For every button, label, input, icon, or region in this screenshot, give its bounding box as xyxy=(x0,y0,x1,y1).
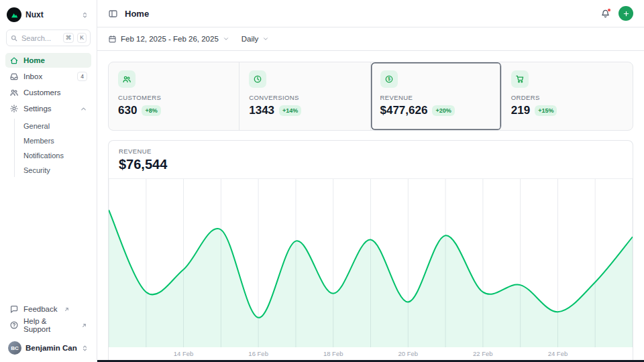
main-area: Home Feb 12, 2025 - Feb 26, 2025 Daily xyxy=(97,0,644,362)
collapse-sidebar-icon[interactable] xyxy=(108,9,118,19)
users-icon xyxy=(9,88,19,97)
question-circle-icon xyxy=(9,320,19,330)
chart-header: REVENUE $76,544 xyxy=(109,141,633,179)
search-placeholder: Search... xyxy=(21,34,60,42)
stat-value: 630 xyxy=(118,104,137,117)
date-range-label: Feb 12, 2025 - Feb 26, 2025 xyxy=(121,35,219,43)
stat-value: 1343 xyxy=(249,104,274,117)
inbox-count-badge: 4 xyxy=(77,72,87,81)
stat-card-orders[interactable]: ORDERS 219 +15% xyxy=(502,62,633,130)
sidebar-item-security[interactable]: Security xyxy=(21,163,91,177)
sidebar-item-notifications[interactable]: Notifications xyxy=(21,148,91,162)
clock-icon xyxy=(249,70,266,88)
x-axis-tick-label: 24 Feb xyxy=(548,350,568,357)
sidebar-item-settings[interactable]: Settings xyxy=(5,101,91,116)
chart-body[interactable]: 14 Feb16 Feb18 Feb20 Feb22 Feb24 Feb xyxy=(109,179,633,362)
stat-delta-badge: +14% xyxy=(279,105,301,116)
sidebar-item-label: Customers xyxy=(23,88,61,97)
sidebar-item-general[interactable]: General xyxy=(21,119,91,133)
search-icon xyxy=(10,34,18,42)
user-name: Benjamin Canac xyxy=(25,344,77,352)
stat-card-customers[interactable]: CUSTOMERS 630 +8% xyxy=(109,62,239,130)
x-axis-ticks: 14 Feb16 Feb18 Feb20 Feb22 Feb24 Feb xyxy=(109,350,633,359)
interval-select[interactable]: Daily xyxy=(241,35,270,43)
avatar: BC xyxy=(8,341,21,355)
stat-value: 219 xyxy=(511,104,530,117)
revenue-chart-card: REVENUE $76,544 14 Feb16 Feb18 Feb20 Feb… xyxy=(108,140,633,362)
sub-item-label: Security xyxy=(23,166,50,174)
cart-icon xyxy=(511,70,529,88)
chevron-up-icon xyxy=(80,105,87,113)
sub-item-label: Notifications xyxy=(23,152,64,160)
sidebar-item-label: Inbox xyxy=(23,72,42,80)
stat-value: $477,626 xyxy=(380,104,428,117)
inbox-icon xyxy=(9,72,19,81)
stat-delta-badge: +8% xyxy=(142,105,160,116)
chevron-up-down-icon xyxy=(81,11,89,19)
x-axis-tick-label: 22 Feb xyxy=(473,350,493,357)
gear-icon xyxy=(9,104,19,113)
sidebar-item-customers[interactable]: Customers xyxy=(5,85,91,100)
header-actions xyxy=(600,6,633,21)
sidebar-item-label: Home xyxy=(23,56,45,64)
help-label: Help & Support xyxy=(23,317,75,333)
nuxt-logo-icon xyxy=(7,7,21,22)
feedback-label: Feedback xyxy=(23,305,58,313)
sidebar-footer: Feedback Help & Support BC Benjamin Cana… xyxy=(5,302,91,357)
stat-delta-badge: +15% xyxy=(535,105,557,116)
interval-label: Daily xyxy=(241,35,259,43)
sidebar-item-home[interactable]: Home xyxy=(5,53,91,68)
toolbar: Feb 12, 2025 - Feb 26, 2025 Daily xyxy=(97,27,644,51)
notifications-button[interactable] xyxy=(600,9,610,19)
svg-text:$: $ xyxy=(388,76,390,82)
sidebar-item-members[interactable]: Members xyxy=(21,133,91,147)
sub-item-label: General xyxy=(23,122,50,130)
plus-icon xyxy=(623,10,630,17)
help-support-link[interactable]: Help & Support xyxy=(5,318,91,333)
search-input[interactable]: Search... ⌘ K xyxy=(6,29,91,46)
x-axis-tick-label: 14 Feb xyxy=(174,350,194,357)
settings-sub-list: General Members Notifications Security xyxy=(14,119,91,177)
calendar-icon xyxy=(108,35,117,44)
workspace-switcher[interactable]: Nuxt xyxy=(5,5,91,24)
external-link-icon xyxy=(64,306,70,312)
stat-delta-badge: +20% xyxy=(432,105,454,116)
revenue-area-chart[interactable] xyxy=(109,179,633,347)
chart-label: REVENUE xyxy=(119,147,623,155)
x-axis-tick-label: 20 Feb xyxy=(398,350,418,357)
chevron-down-icon xyxy=(223,36,229,42)
users-icon xyxy=(118,70,136,88)
sidebar: Nuxt Search... ⌘ K Home Inbox 4 xyxy=(0,0,97,362)
stat-label: CUSTOMERS xyxy=(118,94,229,101)
user-menu[interactable]: BC Benjamin Canac xyxy=(5,339,91,357)
stat-card-revenue[interactable]: $ REVENUE $477,626 +20% xyxy=(371,62,502,130)
date-range-picker[interactable]: Feb 12, 2025 - Feb 26, 2025 xyxy=(108,35,229,44)
page-title: Home xyxy=(125,9,149,19)
chevron-down-icon xyxy=(262,36,269,42)
sidebar-item-label: Settings xyxy=(23,105,52,113)
main-header: Home xyxy=(97,0,644,27)
stat-label: ORDERS xyxy=(511,94,623,101)
sidebar-item-inbox[interactable]: Inbox 4 xyxy=(5,69,91,84)
chart-value: $76,544 xyxy=(119,157,623,172)
dashboard-content: CUSTOMERS 630 +8% CONVERSIONS 1343 +14% xyxy=(97,51,644,362)
chevron-up-down-icon xyxy=(81,345,89,352)
stats-strip: CUSTOMERS 630 +8% CONVERSIONS 1343 +14% xyxy=(108,62,633,131)
x-axis-tick-label: 16 Feb xyxy=(248,350,268,357)
sub-item-label: Members xyxy=(23,137,54,145)
external-link-icon xyxy=(81,322,87,328)
workspace-name: Nuxt xyxy=(25,10,77,19)
stat-card-conversions[interactable]: CONVERSIONS 1343 +14% xyxy=(239,62,370,130)
x-axis-tick-label: 18 Feb xyxy=(323,350,343,357)
feedback-link[interactable]: Feedback xyxy=(5,302,91,316)
kbd-meta: ⌘ xyxy=(63,33,74,43)
dollar-icon: $ xyxy=(380,70,398,88)
sidebar-nav: Home Inbox 4 Customers Settings Ge xyxy=(5,53,91,178)
stat-label: REVENUE xyxy=(380,94,492,101)
home-icon xyxy=(9,56,19,65)
notification-dot xyxy=(607,8,611,12)
stat-label: CONVERSIONS xyxy=(249,94,360,101)
sidebar-spacer xyxy=(5,178,91,302)
add-button[interactable] xyxy=(619,6,633,21)
chat-bubble-icon xyxy=(9,304,19,314)
